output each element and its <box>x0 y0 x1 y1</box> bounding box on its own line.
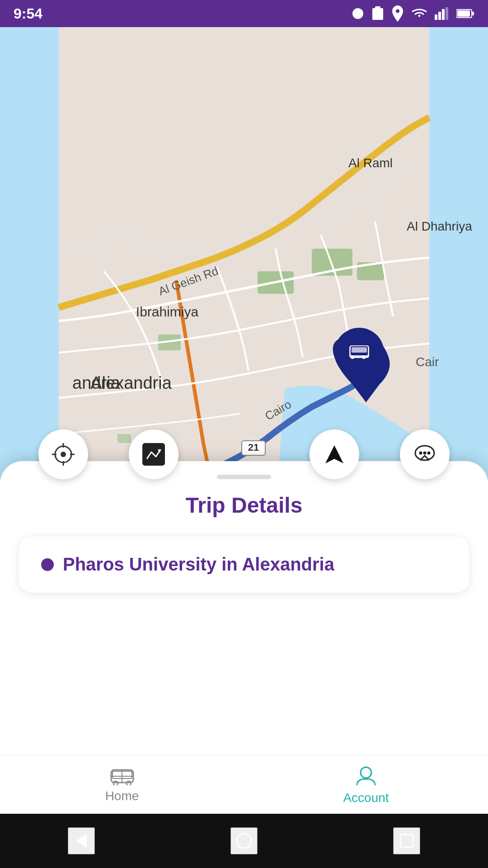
status-icons <box>352 5 474 22</box>
nav-item-home[interactable]: Home <box>0 755 244 814</box>
svg-point-45 <box>427 452 431 455</box>
wifi-icon <box>411 7 427 20</box>
svg-text:Al Raml: Al Raml <box>348 156 393 170</box>
svg-text:andria: andria <box>72 373 120 392</box>
svg-text:Ibrahimiya: Ibrahimiya <box>136 304 199 319</box>
destination-dot <box>41 558 54 571</box>
svg-rect-4 <box>435 14 437 20</box>
svg-point-21 <box>362 355 366 359</box>
turn-direction-button[interactable] <box>129 429 178 479</box>
location-target-icon <box>52 443 75 466</box>
chat-button[interactable] <box>400 429 450 479</box>
bus-home-icon <box>110 766 135 785</box>
android-home-button[interactable] <box>230 827 258 854</box>
svg-point-0 <box>352 8 363 19</box>
svg-point-43 <box>419 452 422 455</box>
svg-rect-1 <box>372 8 383 20</box>
bottom-nav: Home Account <box>0 755 488 814</box>
nav-item-account[interactable]: Account <box>244 755 488 814</box>
location-icon <box>391 5 404 22</box>
android-back-button[interactable] <box>68 827 95 854</box>
home-label: Home <box>105 789 139 803</box>
svg-point-20 <box>351 355 354 359</box>
svg-point-44 <box>423 452 427 455</box>
svg-rect-22 <box>352 347 367 353</box>
svg-rect-10 <box>457 10 470 17</box>
recents-square-icon <box>399 833 415 849</box>
fab-row <box>0 429 488 479</box>
signal-icon <box>435 7 449 20</box>
svg-point-53 <box>361 767 371 778</box>
svg-rect-7 <box>446 7 448 20</box>
chat-icon <box>413 443 436 466</box>
status-bar: 9:54 <box>0 0 488 27</box>
navigate-icon <box>323 443 346 466</box>
back-arrow-icon <box>72 832 90 850</box>
destination-text: Pharos University in Alexandria <box>63 554 334 575</box>
trip-card[interactable]: Pharos University in Alexandria <box>18 536 470 593</box>
battery-icon <box>456 9 474 19</box>
account-icon <box>355 764 377 787</box>
circle-icon <box>352 7 364 20</box>
navigate-button[interactable] <box>310 429 359 479</box>
svg-point-34 <box>61 452 66 457</box>
android-recents-button[interactable] <box>393 827 420 854</box>
svg-point-3 <box>396 9 399 13</box>
home-circle-icon <box>235 832 253 850</box>
svg-point-55 <box>237 834 251 848</box>
android-nav-bar <box>0 814 488 868</box>
svg-rect-9 <box>472 12 474 15</box>
svg-text:Cair: Cair <box>416 355 439 369</box>
location-target-button[interactable] <box>38 429 88 479</box>
svg-rect-2 <box>375 6 380 9</box>
svg-rect-56 <box>400 835 413 847</box>
svg-rect-6 <box>442 9 445 20</box>
status-time: 9:54 <box>14 5 42 22</box>
svg-text:Al Dhahriya: Al Dhahriya <box>407 219 472 233</box>
clipboard-icon <box>371 6 384 21</box>
svg-marker-54 <box>76 834 87 848</box>
svg-rect-5 <box>438 12 441 20</box>
svg-marker-41 <box>325 445 343 463</box>
account-label: Account <box>343 791 389 805</box>
trip-details-title: Trip Details <box>0 493 488 518</box>
turn-direction-icon <box>142 443 165 466</box>
trip-destination: Pharos University in Alexandria <box>41 554 447 575</box>
